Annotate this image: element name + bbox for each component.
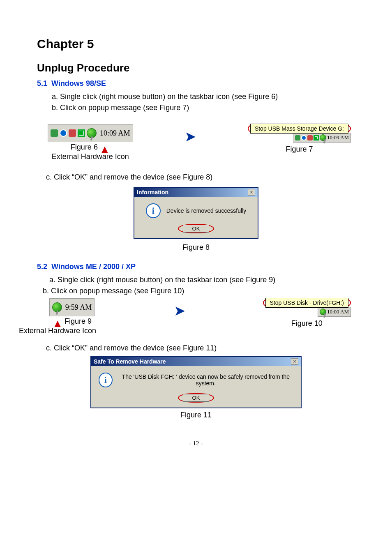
figure-10-highlight-oval: Stop USB Disk - Drive(FGH:) [263, 298, 351, 307]
tray-icon-4b [314, 135, 319, 140]
tray-icon-2 [60, 129, 67, 137]
figure-8-dialog: Information × i Device is removed succes… [134, 187, 258, 239]
figure-11-dialog-msg: The 'USB Disk FGH: ' device can now be s… [118, 373, 293, 387]
figure-10-popup-balloon[interactable]: Stop USB Disk - Drive(FGH:) [265, 298, 348, 308]
tray-icon-1b [295, 135, 300, 140]
figure-7-tray: 10:09 AM [293, 133, 351, 143]
tray-unplug-icon-7[interactable] [320, 134, 326, 141]
tray-time-6: 10:09 AM [98, 129, 130, 138]
tray-time-10: 10:00 AM [327, 309, 349, 315]
figure-8-caption: Figure 8 [37, 243, 355, 252]
tray-unplug-icon-9[interactable] [52, 302, 62, 312]
chapter-title: Chapter 5 [37, 37, 355, 51]
s51-step-a: a. Single click (right mouse button) on … [52, 91, 355, 102]
tray-unplug-icon-10[interactable] [320, 309, 326, 315]
tray-icon-3b [307, 135, 313, 140]
info-icon: i [146, 203, 161, 218]
figure-11-close-icon[interactable]: × [291, 358, 298, 365]
s52-step-c: c. Click “OK” and remove the device (see… [46, 343, 355, 354]
subsection-5-1-text: Windows 98/SE [51, 79, 106, 88]
figure-10-caption: Figure 10 [291, 319, 323, 328]
tray-time-9: 9:59 AM [64, 303, 92, 312]
tray-icon-3 [69, 129, 76, 137]
page-number: - 12 - [37, 440, 355, 447]
subsection-5-2-text: Windows ME / 2000 / XP [51, 263, 136, 271]
figure-11-ok-button[interactable]: OK [183, 394, 210, 402]
figure-6-caption-row: Figure 6 ▲ [71, 143, 110, 152]
figure-7-caption: Figure 7 [286, 145, 313, 154]
figure-9-tray: 9:59 AM [49, 298, 95, 316]
figure-9-caption-row: ▲ Figure 9 [52, 317, 92, 326]
s52-step-b: b. Click on popup message (see Figure 10… [43, 286, 355, 297]
subsection-5-1: 5.1 Windows 98/SE [37, 79, 355, 88]
tray-time-7: 10:09 AM [327, 134, 349, 141]
s51-step-b: b. Click on popup message (see Figure 7) [52, 102, 355, 113]
subsection-5-2: 5.2 Windows ME / 2000 / XP [37, 263, 355, 271]
subsection-5-2-num: 5.2 [37, 263, 47, 271]
s52-step-a: a. Single click (right mouse button) on … [49, 274, 355, 286]
figure-8-close-icon[interactable]: × [248, 189, 255, 196]
tray-unplug-icon[interactable] [87, 128, 97, 138]
tray-icon-2b [301, 135, 307, 140]
s51-step-c: c. Click “OK” and remove the device (see… [46, 172, 355, 183]
figure-8-ok-highlight: OK [178, 224, 214, 233]
figure-11-ok-highlight: OK [178, 393, 214, 403]
figure-6-caption: Figure 6 [71, 143, 98, 152]
subsection-5-1-num: 5.1 [37, 79, 47, 88]
section-title: Unplug Procedure [37, 62, 355, 74]
figure-7-popup-balloon[interactable]: Stop USB Mass Storage Device G: [250, 124, 348, 134]
figure-9-caption: Figure 9 [65, 317, 92, 326]
figure-7-highlight-oval: Stop USB Mass Storage Device G: [248, 124, 351, 133]
figure-8-ok-button[interactable]: OK [183, 225, 210, 233]
figure-8-dialog-title: Information [137, 189, 168, 196]
figure-8-dialog-msg: Device is removed successfully [166, 207, 247, 214]
figure-11-caption: Figure 11 [37, 411, 355, 419]
figure-6-caption-b: External Hardware Icon [52, 152, 129, 161]
figure-10-tray: 10:00 AM [318, 307, 351, 317]
figure-11-dialog: Safe To Remove Hardware × i The 'USB Dis… [90, 356, 302, 408]
figure-6-tray: 10:09 AM [48, 124, 133, 142]
tray-icon-4 [78, 129, 85, 137]
tray-icon-1 [51, 129, 58, 137]
figure-11-dialog-title: Safe To Remove Hardware [94, 358, 166, 365]
info-icon-2: i [99, 373, 113, 387]
